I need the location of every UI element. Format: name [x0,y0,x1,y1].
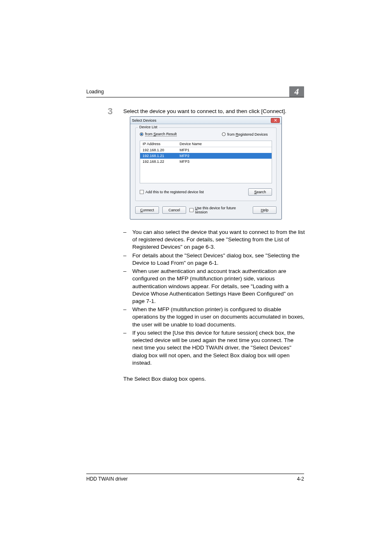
device-list-group: Device List from Search Result from Regi… [135,127,277,201]
cell-ip: 192.168.1.22 [140,159,177,164]
source-radios: from Search Result from Registered Devic… [140,132,272,136]
radio-icon [222,132,226,136]
step-number: 3 [108,106,113,117]
note-text: You can also select the device that you … [132,229,305,251]
page-footer: HDD TWAIN driver 4-2 [86,476,304,482]
note-text: If you select the [Use this device for f… [132,329,305,367]
trailing-text: The Select Box dialog box opens. [123,376,305,382]
radio-from-registered-devices[interactable]: from Registered Devices [222,132,268,136]
close-button[interactable] [271,118,280,123]
cell-name: MFP2 [177,153,272,159]
footer-rule [86,474,304,474]
dash-icon: – [123,329,127,367]
note-text: When user authentication and account tra… [132,268,305,305]
radio-label: from Search Result [145,132,177,136]
help-button[interactable]: Help [253,206,277,214]
table-header: IP Address Device Name [140,141,272,147]
list-item: –When the MFP (multifunction printer) is… [123,306,305,328]
footer-right: 4-2 [297,476,304,482]
group-controls: Add this to the registered device list S… [140,188,272,196]
cell-ip: 192.168.1.20 [140,147,177,153]
device-table[interactable]: IP Address Device Name 192.168.1.20 MFP1… [140,141,272,183]
search-button[interactable]: Search [248,188,272,196]
radio-from-search-result[interactable]: from Search Result [140,132,177,136]
list-item: –If you select the [Use this device for … [123,329,305,367]
checkbox-label: Add this to the registered device list [145,190,204,194]
add-to-registered-checkbox[interactable]: Add this to the registered device list [140,190,204,194]
list-item: –When user authentication and account tr… [123,268,305,305]
checkbox-label: Use this device for future session [195,206,246,214]
page: Loading 4 3 Select the device you want t… [0,0,392,555]
cell-ip: 192.168.1.21 [140,153,177,159]
notes-list: –You can also select the device that you… [123,229,305,368]
step-text: Select the device you want to connect to… [123,108,304,115]
future-session-checkbox[interactable]: Use this device for future session [189,206,246,214]
dash-icon: – [123,268,127,305]
note-text: For details about the "Select Devices" d… [132,252,305,267]
checkbox-icon [189,208,194,212]
close-icon [274,119,277,122]
checkbox-icon [140,190,144,194]
dialog-bottom-row: Connect Cancel Use this device for futur… [135,206,277,214]
col-device-name[interactable]: Device Name [177,141,272,147]
header-rule [86,97,304,97]
connect-button[interactable]: Connect [135,206,159,214]
cell-name: MFP3 [177,159,272,164]
list-item: –You can also select the device that you… [123,229,305,251]
cancel-button[interactable]: Cancel [162,206,186,214]
note-text: When the MFP (multifunction printer) is … [132,306,305,328]
section-title: Loading [86,89,104,97]
table-row[interactable]: 192.168.1.22 MFP3 [140,159,272,164]
group-legend: Device List [138,125,159,129]
table-row[interactable]: 192.168.1.21 MFP2 [140,153,272,159]
radio-label: from Registered Devices [227,132,268,136]
dialog-body: Device List from Search Result from Regi… [130,124,281,219]
radio-icon [140,132,143,136]
dash-icon: – [123,229,127,251]
chapter-number-badge: 4 [289,86,304,97]
dash-icon: – [123,252,127,267]
footer-left: HDD TWAIN driver [86,476,128,482]
dialog-titlebar: Select Devices [130,117,281,124]
dialog-screenshot: Select Devices Device List from Search R… [130,116,282,220]
cell-name: MFP1 [177,147,272,153]
select-devices-dialog: Select Devices Device List from Search R… [130,116,282,220]
running-header: Loading 4 [86,86,304,97]
dash-icon: – [123,306,127,328]
table-row[interactable]: 192.168.1.20 MFP1 [140,147,272,153]
dialog-title: Select Devices [132,118,157,123]
list-item: –For details about the "Select Devices" … [123,252,305,267]
col-ip-address[interactable]: IP Address [140,141,177,147]
